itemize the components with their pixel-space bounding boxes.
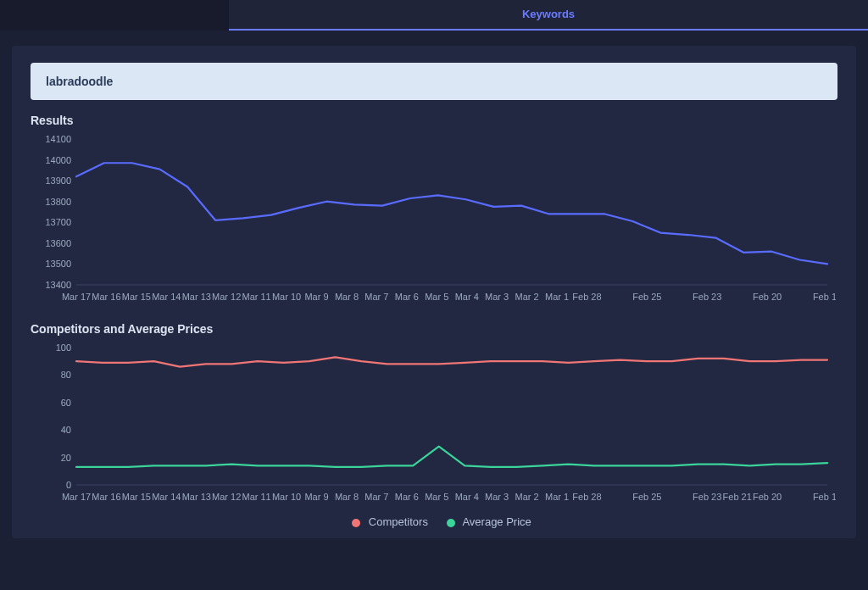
svg-text:0: 0 bbox=[66, 480, 71, 490]
chart-results-title: Results bbox=[31, 114, 837, 127]
svg-text:Feb 18: Feb 18 bbox=[813, 492, 836, 502]
legend-label-competitors: Competitors bbox=[369, 515, 428, 528]
svg-text:13500: 13500 bbox=[45, 259, 71, 269]
svg-text:Mar 12: Mar 12 bbox=[212, 492, 241, 502]
svg-text:14000: 14000 bbox=[45, 155, 71, 165]
svg-text:Mar 3: Mar 3 bbox=[485, 292, 509, 302]
svg-text:Mar 16: Mar 16 bbox=[92, 492, 120, 502]
tab-bar: Keywords bbox=[0, 0, 868, 31]
svg-text:Mar 2: Mar 2 bbox=[515, 292, 539, 302]
svg-text:Mar 7: Mar 7 bbox=[364, 292, 388, 302]
svg-text:13700: 13700 bbox=[45, 217, 71, 227]
legend-dot-avg bbox=[447, 519, 455, 527]
svg-text:13600: 13600 bbox=[45, 238, 71, 248]
svg-text:Mar 12: Mar 12 bbox=[212, 292, 241, 302]
svg-text:Mar 9: Mar 9 bbox=[304, 292, 328, 302]
svg-text:Mar 1: Mar 1 bbox=[545, 292, 569, 302]
svg-text:Mar 13: Mar 13 bbox=[182, 492, 211, 502]
svg-text:Mar 1: Mar 1 bbox=[545, 492, 569, 502]
chart-comp-title: Competitors and Average Prices bbox=[31, 322, 837, 336]
svg-text:Feb 28: Feb 28 bbox=[572, 492, 601, 502]
svg-text:Mar 17: Mar 17 bbox=[62, 492, 91, 502]
svg-text:Feb 28: Feb 28 bbox=[572, 292, 601, 302]
svg-text:Mar 7: Mar 7 bbox=[364, 492, 388, 502]
svg-text:Mar 11: Mar 11 bbox=[242, 292, 271, 302]
svg-text:Mar 15: Mar 15 bbox=[122, 292, 151, 302]
svg-text:Mar 4: Mar 4 bbox=[455, 292, 479, 302]
svg-text:Feb 23: Feb 23 bbox=[693, 292, 721, 302]
svg-text:60: 60 bbox=[61, 398, 71, 408]
svg-text:Mar 9: Mar 9 bbox=[304, 492, 328, 502]
svg-text:Mar 8: Mar 8 bbox=[335, 292, 359, 302]
svg-text:Feb 25: Feb 25 bbox=[632, 292, 661, 302]
svg-text:Mar 11: Mar 11 bbox=[242, 492, 271, 502]
svg-text:Mar 15: Mar 15 bbox=[122, 492, 151, 502]
svg-text:Mar 16: Mar 16 bbox=[92, 292, 120, 302]
svg-text:Feb 21: Feb 21 bbox=[723, 492, 752, 502]
main-panel: labradoodle Results 13400135001360013700… bbox=[12, 46, 856, 538]
svg-text:Mar 3: Mar 3 bbox=[485, 492, 509, 502]
svg-text:Mar 2: Mar 2 bbox=[515, 492, 539, 502]
svg-text:40: 40 bbox=[61, 425, 71, 435]
svg-text:Mar 4: Mar 4 bbox=[455, 492, 479, 502]
svg-text:14100: 14100 bbox=[45, 134, 71, 144]
svg-text:Feb 20: Feb 20 bbox=[753, 492, 782, 502]
svg-text:Mar 8: Mar 8 bbox=[335, 492, 359, 502]
svg-text:Mar 6: Mar 6 bbox=[395, 292, 419, 302]
svg-text:Mar 13: Mar 13 bbox=[182, 292, 211, 302]
svg-text:Feb 23: Feb 23 bbox=[693, 492, 721, 502]
svg-text:Mar 10: Mar 10 bbox=[272, 492, 301, 502]
svg-text:Mar 5: Mar 5 bbox=[425, 292, 448, 302]
svg-text:13800: 13800 bbox=[45, 197, 71, 207]
legend-label-avg: Average Price bbox=[462, 515, 531, 528]
svg-text:Feb 18: Feb 18 bbox=[813, 292, 836, 302]
tab-blank bbox=[0, 0, 229, 31]
svg-text:20: 20 bbox=[61, 453, 71, 463]
tab-keywords[interactable]: Keywords bbox=[229, 0, 868, 31]
svg-text:Mar 14: Mar 14 bbox=[152, 292, 181, 302]
legend-dot-competitors bbox=[352, 519, 360, 527]
svg-text:Mar 6: Mar 6 bbox=[395, 492, 419, 502]
svg-text:Feb 20: Feb 20 bbox=[753, 292, 782, 302]
svg-text:Mar 10: Mar 10 bbox=[272, 292, 301, 302]
search-input[interactable]: labradoodle bbox=[31, 63, 837, 100]
svg-text:Feb 25: Feb 25 bbox=[632, 492, 661, 502]
results-chart: 1340013500136001370013800139001400014100… bbox=[31, 131, 836, 309]
svg-text:Mar 17: Mar 17 bbox=[62, 292, 91, 302]
svg-text:Mar 5: Mar 5 bbox=[425, 492, 448, 502]
svg-text:80: 80 bbox=[61, 370, 71, 380]
svg-text:100: 100 bbox=[56, 342, 71, 353]
svg-text:13400: 13400 bbox=[45, 280, 71, 290]
legend: Competitors Average Price bbox=[31, 509, 837, 532]
competitors-chart: 020406080100Mar 17Mar 16Mar 15Mar 14Mar … bbox=[31, 339, 836, 509]
svg-text:Mar 14: Mar 14 bbox=[152, 492, 181, 502]
svg-text:13900: 13900 bbox=[45, 175, 71, 186]
